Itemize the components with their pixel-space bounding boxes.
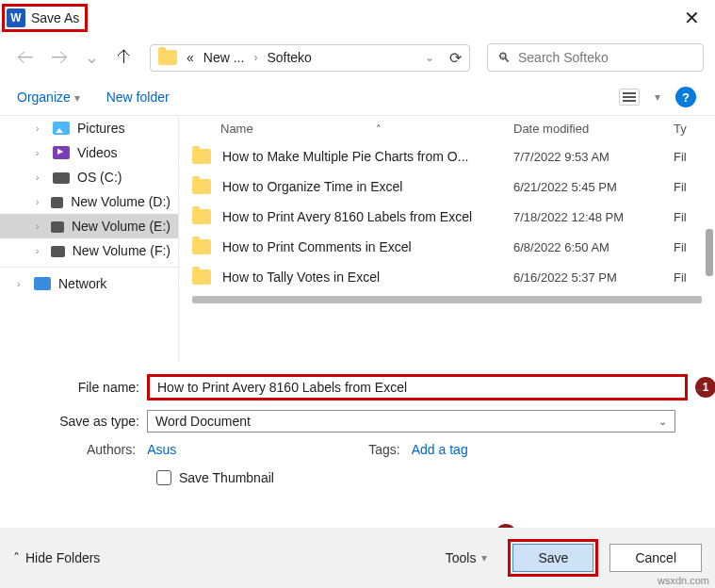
watermark: wsxdn.com [658, 575, 709, 586]
tags-value[interactable]: Add a tag [412, 442, 468, 457]
videos-icon [53, 146, 70, 159]
save-thumbnail-checkbox[interactable] [156, 470, 171, 485]
recent-chevron-icon[interactable]: ⌄ [85, 47, 99, 68]
breadcrumb-prefix: « [187, 50, 194, 65]
sidebar: ›Pictures ›Videos ›OS (C:) ›New Volume (… [0, 116, 179, 361]
folder-icon [192, 179, 211, 194]
table-row[interactable]: How to Tally Votes in Excel6/16/2022 5:3… [179, 262, 715, 292]
save-thumbnail-label[interactable]: Save Thumbnail [179, 470, 274, 485]
view-chevron-icon[interactable]: ▾ [655, 90, 660, 104]
drive-icon [51, 221, 64, 233]
col-name[interactable]: Name˄ [192, 122, 513, 136]
horizontal-scrollbar[interactable] [192, 296, 702, 303]
sidebar-item-network[interactable]: ›Network [0, 271, 178, 296]
sort-asc-icon: ˄ [376, 123, 382, 136]
drive-icon [51, 197, 64, 208]
tags-label: Tags: [368, 442, 399, 457]
chevron-down-icon[interactable]: ⌄ [425, 51, 434, 64]
filename-label: File name: [11, 380, 147, 395]
title-bar: W Save As ✕ [0, 0, 715, 36]
authors-value[interactable]: Asus [147, 442, 176, 457]
authors-label: Authors: [87, 442, 136, 457]
sidebar-item-vol-e[interactable]: ›New Volume (E:) [0, 214, 178, 238]
chevron-up-icon: ˄ [13, 550, 20, 565]
drive-icon [53, 172, 70, 184]
vertical-scrollbar[interactable] [706, 229, 713, 276]
savetype-label: Save as type: [11, 414, 147, 429]
word-app-icon: W [7, 8, 25, 27]
back-icon[interactable]: 🡠 [17, 48, 34, 68]
toolbar: Organize ▾ New folder ▾ ? [0, 79, 715, 116]
tools-dropdown[interactable]: Tools ▾ [446, 550, 488, 565]
footer: ˄ Hide Folders Tools ▾ Save Cancel [0, 528, 715, 588]
file-list: Name˄ Date modified Ty How to Make Multi… [179, 116, 715, 361]
table-row[interactable]: How to Print Avery 8160 Labels from Exce… [179, 202, 715, 232]
drive-icon [51, 246, 65, 257]
new-folder-button[interactable]: New folder [106, 90, 170, 105]
title-highlight: W Save As [2, 4, 88, 32]
chevron-right-icon: › [253, 51, 257, 64]
organize-button[interactable]: Organize ▾ [17, 90, 80, 105]
table-row[interactable]: How to Print Comments in Excel6/8/2022 6… [179, 232, 715, 262]
chevron-down-icon: ▾ [481, 551, 487, 564]
breadcrumb-part1[interactable]: New ... [203, 50, 245, 65]
save-button[interactable]: Save [512, 544, 593, 572]
network-icon [34, 277, 51, 290]
chevron-down-icon: ⌄ [658, 416, 667, 428]
save-highlight: Save [508, 539, 598, 577]
search-icon: 🔍︎ [497, 50, 511, 65]
pictures-icon [53, 122, 70, 135]
table-row[interactable]: How to Make Multiple Pie Charts from O..… [179, 141, 715, 172]
sidebar-item-vol-f[interactable]: ›New Volume (F:) [0, 238, 178, 263]
sidebar-item-os-c[interactable]: ›OS (C:) [0, 165, 178, 189]
close-icon[interactable]: ✕ [676, 5, 707, 31]
main-area: ›Pictures ›Videos ›OS (C:) ›New Volume (… [0, 116, 715, 361]
table-row[interactable]: How to Organize Time in Excel6/21/2022 5… [179, 172, 715, 202]
sidebar-item-pictures[interactable]: ›Pictures [0, 116, 178, 140]
sidebar-item-vol-d[interactable]: ›New Volume (D:) [0, 189, 178, 214]
help-icon[interactable]: ? [675, 87, 696, 107]
search-input[interactable]: 🔍︎ Search Softeko [487, 43, 704, 72]
refresh-icon[interactable]: ⟳ [449, 49, 462, 67]
col-date[interactable]: Date modified [513, 122, 674, 136]
nav-row: 🡠 🡢 ⌄ 🡡 « New ... › Softeko ⌄ ⟳ 🔍︎ Searc… [0, 36, 715, 79]
breadcrumb-part2[interactable]: Softeko [267, 50, 311, 65]
savetype-select[interactable]: Word Document ⌄ [147, 410, 675, 433]
up-icon[interactable]: 🡡 [116, 48, 133, 68]
forward-icon[interactable]: 🡢 [51, 48, 68, 68]
chevron-down-icon[interactable]: ⌄ [695, 382, 704, 394]
folder-icon [192, 209, 211, 224]
folder-icon [192, 270, 211, 285]
save-form: File name: How to Print Avery 8160 Label… [0, 361, 715, 495]
folder-icon [192, 149, 211, 164]
cancel-button[interactable]: Cancel [609, 544, 702, 572]
dialog-title: Save As [31, 10, 79, 25]
folder-icon [192, 239, 211, 254]
col-type[interactable]: Ty [674, 122, 702, 136]
column-headers: Name˄ Date modified Ty [179, 116, 715, 141]
breadcrumb[interactable]: « New ... › Softeko ⌄ ⟳ [150, 44, 470, 72]
sidebar-item-videos[interactable]: ›Videos [0, 140, 178, 165]
view-options-button[interactable] [619, 89, 640, 106]
folder-icon [158, 50, 177, 65]
hide-folders-button[interactable]: ˄ Hide Folders [13, 550, 100, 565]
search-placeholder: Search Softeko [518, 50, 609, 65]
